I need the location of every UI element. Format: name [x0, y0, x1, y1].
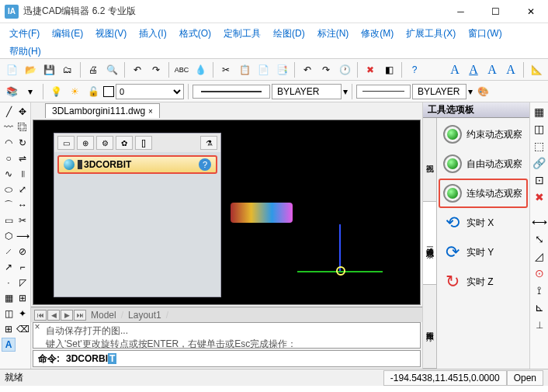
point-tool[interactable]: ·	[2, 276, 16, 290]
dropdown-icon[interactable]: ▾	[468, 86, 473, 97]
break-tool[interactable]: ⊘	[16, 245, 29, 258]
circle-tool[interactable]: ○	[2, 151, 16, 165]
palette-item[interactable]: 自由动态观察	[439, 149, 528, 179]
menu-item[interactable]: 文件(F)	[3, 25, 46, 43]
palette-vtab[interactable]: 绘图顺序	[423, 285, 436, 369]
layer-dropdown-icon[interactable]: ▾	[22, 83, 39, 100]
move-tool[interactable]: ✥	[16, 105, 29, 119]
tab-nav-first[interactable]: ⏮	[34, 310, 47, 321]
menu-item[interactable]: 帮助(H)	[3, 43, 47, 61]
array-tool[interactable]: ⊞	[16, 291, 29, 305]
font-style-2[interactable]: A	[465, 61, 482, 78]
dropdown-icon[interactable]: ▾	[343, 86, 348, 97]
layout-tab[interactable]: Layout1	[128, 310, 161, 321]
print-preview-icon[interactable]: 🔍	[103, 61, 120, 78]
history-icon[interactable]: 🕐	[336, 61, 353, 78]
tab-nav-next[interactable]: ▶	[61, 310, 73, 321]
extend-tool[interactable]: ⟶	[16, 229, 29, 243]
erase-tool[interactable]: ⌫	[16, 322, 29, 336]
properties-icon[interactable]: ▦	[532, 104, 547, 120]
menu-item[interactable]: 视图(V)	[89, 25, 133, 43]
fillet-tool[interactable]: ⌐	[16, 260, 29, 274]
copy-tool[interactable]: ⿻	[16, 120, 29, 134]
panel-tab-4[interactable]: ✿	[116, 136, 133, 150]
offset-tool[interactable]: ⫴	[16, 167, 29, 181]
ellipse-tool[interactable]: ⬭	[2, 182, 16, 196]
dim-tool-4[interactable]: ⊙	[532, 265, 547, 281]
panel-tab-3[interactable]: ⚙	[96, 136, 113, 150]
model-tab[interactable]: Model	[91, 310, 116, 321]
menu-item[interactable]: 插入(I)	[133, 25, 172, 43]
menu-item[interactable]: 扩展工具(X)	[400, 25, 462, 43]
layers-panel-icon[interactable]: ◫	[532, 121, 547, 137]
menu-item[interactable]: 编辑(E)	[46, 25, 89, 43]
dim-tool-2[interactable]: ⤡	[532, 231, 547, 247]
rotate-tool[interactable]: ↻	[16, 136, 29, 150]
palette-item[interactable]: 约束动态观察	[439, 120, 528, 149]
font-style-1[interactable]: A	[446, 61, 463, 78]
sun-icon[interactable]: ☀	[66, 83, 83, 100]
tab-nav-prev[interactable]: ◀	[47, 310, 60, 321]
minimize-button[interactable]: ─	[443, 0, 478, 23]
close-tab-icon[interactable]: ×	[148, 107, 153, 116]
linetype-select[interactable]: BYLAYER	[272, 84, 342, 99]
help-icon[interactable]: ?	[199, 158, 211, 171]
scale-tool[interactable]: ⤢	[16, 182, 29, 196]
help-icon[interactable]: ?	[406, 61, 423, 78]
maximize-button[interactable]: ☐	[478, 0, 513, 23]
arc2-tool[interactable]: ⌒	[2, 198, 16, 212]
panel-tab-2[interactable]: ⊕	[77, 136, 94, 150]
menu-item[interactable]: 标注(N)	[311, 25, 356, 43]
trim-tool[interactable]: ✂	[16, 213, 29, 227]
layers-icon[interactable]: ◧	[380, 61, 397, 78]
redo2-icon[interactable]: ↷	[317, 61, 335, 78]
linetype-preview[interactable]	[192, 85, 270, 99]
palette-vtab[interactable]: 视图	[423, 118, 436, 202]
dim-tool-3[interactable]: ◿	[532, 248, 547, 264]
table-tool[interactable]: ⊞	[2, 322, 16, 336]
menu-item[interactable]: 窗口(W)	[462, 25, 508, 43]
undo2-icon[interactable]: ↶	[299, 61, 316, 78]
dim-tool-7[interactable]: ⟂	[532, 317, 547, 332]
measure-icon[interactable]: 📐	[528, 61, 545, 78]
menu-item[interactable]: 绘图(D)	[267, 25, 311, 43]
rectangle-tool[interactable]: ▭	[2, 213, 16, 227]
region-tool[interactable]: ◫	[2, 307, 16, 321]
lineweight-preview[interactable]	[356, 85, 411, 99]
palette-vtab[interactable]: 三维动态观察	[423, 202, 436, 286]
panel-tab-flask[interactable]: ⚗	[200, 136, 217, 150]
cut-icon[interactable]: ✂	[217, 61, 234, 78]
explode-tool[interactable]: ✦	[16, 307, 29, 321]
lock-icon[interactable]: 🔓	[85, 83, 102, 100]
open-file-icon[interactable]: 📂	[22, 61, 39, 78]
ray-tool[interactable]: ↗	[2, 260, 16, 274]
dim-tool-6[interactable]: ⊾	[532, 300, 547, 315]
font-style-3[interactable]: A	[484, 61, 501, 78]
match-icon[interactable]: ⊡	[532, 172, 547, 188]
panel-tab-1[interactable]: ▭	[57, 136, 75, 150]
palette-item[interactable]: ↻实时 Z	[439, 267, 528, 297]
layer-select[interactable]: 0	[116, 84, 184, 99]
lineweight-select[interactable]: BYLAYER	[412, 84, 466, 99]
layer-manager-icon[interactable]: 📚	[3, 83, 20, 100]
font-style-4[interactable]: A	[502, 61, 519, 78]
menu-item[interactable]: 定制工具	[217, 25, 267, 43]
tab-nav-last[interactable]: ⏭	[74, 310, 86, 321]
close-button[interactable]: ✕	[513, 0, 548, 23]
lightbulb-icon[interactable]: 💡	[47, 83, 64, 100]
canvas[interactable]: ▭ ⊕ ⚙ ✿ [] ⚗ 3DCORBIT ?	[33, 120, 421, 305]
command-input-highlighted[interactable]: 3DCORBIT ?	[57, 155, 217, 174]
save-as-icon[interactable]: 🗂	[59, 61, 76, 78]
dim-tool-5[interactable]: ⟟	[532, 283, 547, 298]
spline-tool[interactable]: ∿	[2, 167, 16, 181]
spellcheck-icon[interactable]: ABC	[173, 61, 190, 78]
color-picker-icon[interactable]: 🎨	[474, 83, 491, 100]
layer-color-swatch[interactable]	[103, 86, 114, 97]
copy-icon[interactable]: 📋	[236, 61, 253, 78]
undo-icon[interactable]: ↶	[129, 61, 146, 78]
arc-tool[interactable]: ◠	[2, 136, 16, 150]
menu-item[interactable]: 格式(O)	[173, 25, 217, 43]
save-icon[interactable]: 💾	[40, 61, 57, 78]
line-tool[interactable]: ╱	[2, 105, 16, 119]
palette-item[interactable]: ⟳实时 Y	[439, 238, 528, 267]
